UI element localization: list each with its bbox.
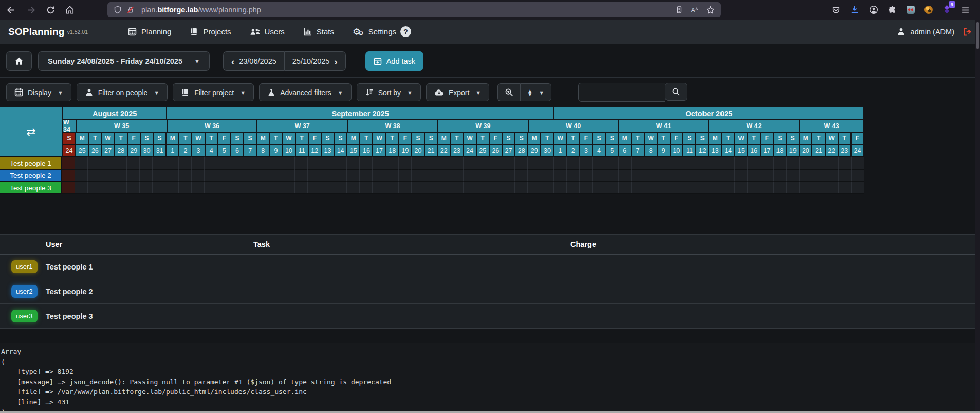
downloads-icon[interactable] xyxy=(850,5,859,14)
planning-cell[interactable] xyxy=(839,169,852,181)
extension-orange-icon[interactable] xyxy=(924,6,933,14)
planning-cell[interactable] xyxy=(334,169,347,181)
planning-cell[interactable] xyxy=(554,156,567,169)
planning-cell[interactable] xyxy=(812,181,825,193)
planning-cell[interactable] xyxy=(735,156,748,169)
planning-cell[interactable] xyxy=(334,156,347,169)
planning-cell[interactable] xyxy=(450,169,463,181)
search-input[interactable] xyxy=(578,83,665,102)
planning-cell[interactable] xyxy=(256,156,269,169)
user-badge[interactable]: user3 xyxy=(11,310,38,322)
planning-cell[interactable] xyxy=(632,156,644,169)
planning-cell[interactable] xyxy=(644,156,657,169)
planning-cell[interactable] xyxy=(722,156,735,169)
vertical-scrollbar-thumb[interactable] xyxy=(976,22,979,49)
planning-cell[interactable] xyxy=(489,181,502,193)
planning-cell[interactable] xyxy=(373,181,385,193)
planning-cell[interactable] xyxy=(515,169,528,181)
planning-cell[interactable] xyxy=(619,156,632,169)
planning-cell[interactable] xyxy=(308,169,321,181)
planning-cell[interactable] xyxy=(489,156,502,169)
planning-cell[interactable] xyxy=(554,169,567,181)
planning-cell[interactable] xyxy=(308,181,321,193)
extensions-icon[interactable] xyxy=(888,6,897,14)
planning-cell[interactable] xyxy=(334,181,347,193)
planning-cell[interactable] xyxy=(580,181,593,193)
insecure-lock-icon[interactable] xyxy=(126,6,135,14)
planning-cell[interactable] xyxy=(153,156,165,169)
planning-cell[interactable] xyxy=(75,181,88,193)
planning-cell[interactable] xyxy=(243,156,256,169)
planning-cell[interactable] xyxy=(347,169,360,181)
planning-cell[interactable] xyxy=(541,169,554,181)
planning-cell[interactable] xyxy=(256,181,269,193)
planning-cell[interactable] xyxy=(114,169,127,181)
planning-cell[interactable] xyxy=(567,169,580,181)
menu-hamburger-icon[interactable] xyxy=(961,6,970,14)
planning-cell[interactable] xyxy=(165,169,178,181)
planning-cell[interactable] xyxy=(399,169,412,181)
planning-cell[interactable] xyxy=(269,169,282,181)
planning-cell[interactable] xyxy=(321,156,334,169)
planning-cell[interactable] xyxy=(852,181,864,193)
planning-cell[interactable] xyxy=(567,156,580,169)
planning-cell[interactable] xyxy=(295,181,308,193)
vertical-scrollbar[interactable] xyxy=(975,20,980,411)
person-row-label[interactable]: Test people 2 xyxy=(0,169,62,181)
planning-cell[interactable] xyxy=(852,156,864,169)
planning-cell[interactable] xyxy=(424,181,437,193)
planning-cell[interactable] xyxy=(825,181,838,193)
planning-cell[interactable] xyxy=(644,169,657,181)
planning-cell[interactable] xyxy=(385,181,398,193)
planning-cell[interactable] xyxy=(657,169,670,181)
planning-cell[interactable] xyxy=(75,169,88,181)
planning-cell[interactable] xyxy=(515,156,528,169)
planning-cell[interactable] xyxy=(593,169,605,181)
planning-cell[interactable] xyxy=(282,156,295,169)
planning-cell[interactable] xyxy=(605,169,618,181)
planning-cell[interactable] xyxy=(450,156,463,169)
date-range-dropdown[interactable]: Sunday 24/08/2025 - Friday 24/10/2025▼ xyxy=(38,51,210,71)
planning-cell[interactable] xyxy=(852,169,864,181)
user-name[interactable]: Test people 1 xyxy=(46,263,253,271)
planning-cell[interactable] xyxy=(360,169,373,181)
person-row-label[interactable]: Test people 1 xyxy=(0,156,62,169)
planning-cell[interactable] xyxy=(62,156,75,169)
planning-cell[interactable] xyxy=(464,181,476,193)
planning-cell[interactable] xyxy=(605,181,618,193)
person-row-label[interactable]: Test people 3 xyxy=(0,181,62,193)
planning-cell[interactable] xyxy=(217,156,230,169)
planning-cell[interactable] xyxy=(761,181,774,193)
zoom-button[interactable] xyxy=(497,83,520,101)
nav-item-settings[interactable]: ⚙⚙Settings xyxy=(353,27,396,37)
planning-cell[interactable] xyxy=(217,169,230,181)
help-button[interactable]: ? xyxy=(400,26,411,37)
browser-home-icon[interactable] xyxy=(65,5,75,14)
planning-cell[interactable] xyxy=(812,169,825,181)
nav-item-projects[interactable]: Projects xyxy=(190,27,231,36)
planning-cell[interactable] xyxy=(399,181,412,193)
planning-cell[interactable] xyxy=(605,156,618,169)
planning-cell[interactable] xyxy=(696,181,709,193)
planning-cell[interactable] xyxy=(644,181,657,193)
planning-cell[interactable] xyxy=(437,169,450,181)
planning-cell[interactable] xyxy=(165,156,178,169)
planning-cell[interactable] xyxy=(722,169,735,181)
planning-cell[interactable] xyxy=(153,169,165,181)
planning-cell[interactable] xyxy=(399,156,412,169)
planning-cell[interactable] xyxy=(412,156,424,169)
home-button[interactable] xyxy=(6,51,32,71)
planning-cell[interactable] xyxy=(101,169,114,181)
planning-cell[interactable] xyxy=(515,181,528,193)
planning-cell[interactable] xyxy=(502,169,515,181)
expand-collapse-dropdown[interactable]: ▲▼ ▼ xyxy=(520,83,551,101)
planning-cell[interactable] xyxy=(437,156,450,169)
current-user-label[interactable]: admin (ADM) xyxy=(911,28,954,36)
planning-cell[interactable] xyxy=(62,169,75,181)
planning-cell[interactable] xyxy=(347,181,360,193)
planning-cell[interactable] xyxy=(230,169,243,181)
search-button[interactable] xyxy=(665,83,687,101)
planning-cell[interactable] xyxy=(464,156,476,169)
planning-cell[interactable] xyxy=(800,169,812,181)
planning-cell[interactable] xyxy=(127,169,140,181)
